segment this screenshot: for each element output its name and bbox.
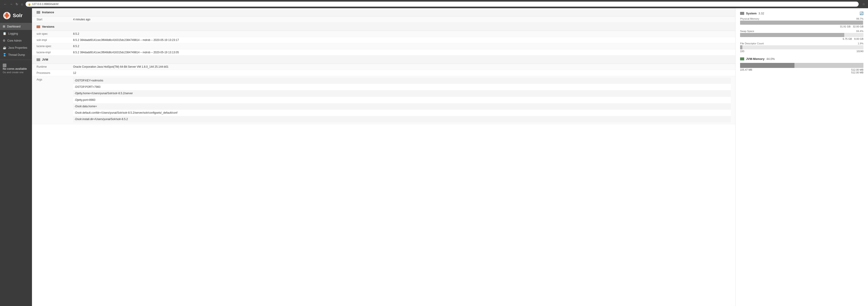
star-button[interactable]: ☆ [862,2,865,6]
thread-icon: 🧵 [3,53,6,56]
lucene-impl-label: lucene-impl [32,49,68,56]
system-section: System 3.32 🔄 Physical Memory 99.7% 31.9… [740,11,863,53]
table-row: Start 4 minutes ago [32,17,735,23]
phys-mem-val2: 32.00 GB [853,25,863,28]
phys-mem-title: Physical Memory [740,18,759,20]
jvm-mem-values: 225.47 MB 512.00 MB 512.00 MB [740,68,863,74]
fd-title: File Descriptor Count [740,42,764,45]
instance-title: Instance [42,10,54,14]
physical-memory-bar: Physical Memory 99.7% 31.91 GB 32.00 GB [740,18,863,28]
browser-actions: ☆ [862,2,865,6]
args-value: -DSTOP.KEY=solrrocks -DSTOP.PORT=7983 -D… [68,76,735,124]
dashboard-icon: ⊞ [3,25,5,28]
runtime-value: Oracle Corporation Java HotSpot(TM) 64-B… [68,64,735,70]
fd-label: File Descriptor Count 1.9% [740,42,863,45]
right-panel: System 3.32 🔄 Physical Memory 99.7% 31.9… [736,8,868,306]
versions-header: Versions [32,23,735,31]
table-row: Processors 12 [32,70,735,76]
back-button[interactable]: ← [3,2,8,6]
fd-values: 193 10240 [740,50,863,53]
sidebar-label-dashboard: Dashboard [7,25,21,28]
swap-val1: 6.75 GB [843,37,852,40]
reload-button[interactable]: 🔄 [860,11,863,15]
jvm-val-used: 225.47 MB [740,68,752,74]
phys-mem-track [740,21,863,25]
sidebar-label-logging: Logging [8,32,18,35]
refresh-button[interactable]: ↻ [14,2,19,6]
solr-logo-text: Solr [13,12,23,19]
sidebar: Solr ⊞ Dashboard 📋 Logging ⚙ Core Admin … [0,8,32,306]
jvm-header: JVM [32,56,735,64]
system-header: System 3.32 🔄 [740,11,863,15]
left-panel: Instance Start 4 minutes ago Versions [32,8,736,306]
jvm-val1: 512.00 MB [851,68,863,71]
phys-mem-pct: 99.7% [856,18,863,20]
versions-title: Versions [42,25,54,28]
lucene-impl-value: 8.5.2 384dadd9141cec3f848d8c416315dc2384… [68,49,735,56]
instance-icon [36,11,40,14]
app-container: Solr ⊞ Dashboard 📋 Logging ⚙ Core Admin … [0,8,868,306]
jvm-val2: 512.00 MB [851,71,863,74]
phys-mem-values: 31.91 GB 32.00 GB [740,25,863,28]
table-row: Runtime Oracle Corporation Java HotSpot(… [32,64,735,70]
start-label: Start [32,17,68,23]
no-cores-section: No cores available Go and create one [0,61,32,76]
file-descriptor-bar: File Descriptor Count 1.9% 193 10240 [740,42,863,53]
sidebar-item-core-admin[interactable]: ⚙ Core Admin [0,37,32,44]
browser-chrome: ← → ↻ ⌂ 🔒 127.0.0.1:8983/solr/#/ ☆ [0,0,868,8]
jvm-section: JVM Runtime Oracle Corporation Java HotS… [32,56,735,124]
swap-title: Swap Space [740,30,754,32]
sidebar-item-dashboard[interactable]: ⊞ Dashboard [0,23,32,30]
browser-nav: ← → ↻ ⌂ [3,2,24,6]
lucene-spec-label: lucene-spec [32,43,68,49]
args-label: Args [32,76,68,124]
sidebar-item-java-properties[interactable]: ☕ Java Properties [0,44,32,51]
no-cores-sub: Go and create one [3,71,29,74]
solr-impl-label: solr-impl [32,37,68,43]
jvm-memory-bar: 225.47 MB 512.00 MB 512.00 MB [740,63,863,74]
lucene-spec-value: 8.5.2 [68,43,735,49]
swap-pct: 84.4% [856,30,863,32]
solr-impl-value: 8.5.2 384dadd9141cec3f848d8c416315dc2384… [68,37,735,43]
sidebar-logo: Solr [0,8,32,23]
sidebar-divider [0,60,32,60]
address-bar[interactable]: 🔒 127.0.0.1:8983/solr/#/ [26,2,859,7]
runtime-label: Runtime [32,64,68,70]
phys-mem-val1: 31.91 GB [840,25,850,28]
jvm-memory-header: JVM-Memory 44.0% [740,57,863,61]
instance-header: Instance [32,8,735,17]
swap-label: Swap Space 84.4% [740,30,863,32]
java-icon: ☕ [3,46,6,49]
sidebar-item-thread-dump[interactable]: 🧵 Thread Dump [0,51,32,58]
fd-val-left: 193 [740,50,744,53]
core-admin-icon: ⚙ [3,39,5,42]
forward-button[interactable]: → [9,2,14,6]
swap-track [740,33,863,37]
versions-table: solr-spec 8.5.2 solr-impl 8.5.2 384dadd9… [32,31,735,56]
lock-icon: 🔒 [28,3,31,6]
fd-pct: 1.9% [858,42,863,45]
sidebar-label-core-admin: Core Admin [7,39,22,42]
jvm-mem-icon [740,57,744,60]
jvm-max-values: 512.00 MB 512.00 MB [851,68,863,74]
table-row: solr-spec 8.5.2 [32,31,735,37]
jvm-mem-title: JVM-Memory [746,57,765,61]
processors-value: 12 [68,70,735,76]
sidebar-label-java-properties: Java Properties [8,46,27,49]
physical-memory-label: Physical Memory 99.7% [740,18,863,20]
fd-val-right: 10240 [856,50,863,53]
main-content: Instance Start 4 minutes ago Versions [32,8,868,306]
jvm-title: JVM [42,58,48,61]
table-row: lucene-impl 8.5.2 384dadd9141cec3f848d8c… [32,49,735,56]
system-load: 3.32 [758,12,764,15]
phys-mem-fill [740,21,863,25]
sidebar-item-logging[interactable]: 📋 Logging [0,30,32,37]
solr-logo-icon [3,11,11,20]
fd-fill [740,45,742,49]
swap-val2: 8.00 GB [854,37,863,40]
sidebar-label-thread-dump: Thread Dump [8,53,25,56]
home-button[interactable]: ⌂ [20,2,24,6]
processors-label: Processors [32,70,68,76]
table-row: Args -DSTOP.KEY=solrrocks -DSTOP.PORT=79… [32,76,735,124]
swap-space-bar: Swap Space 84.4% 6.75 GB 8.00 GB [740,30,863,40]
